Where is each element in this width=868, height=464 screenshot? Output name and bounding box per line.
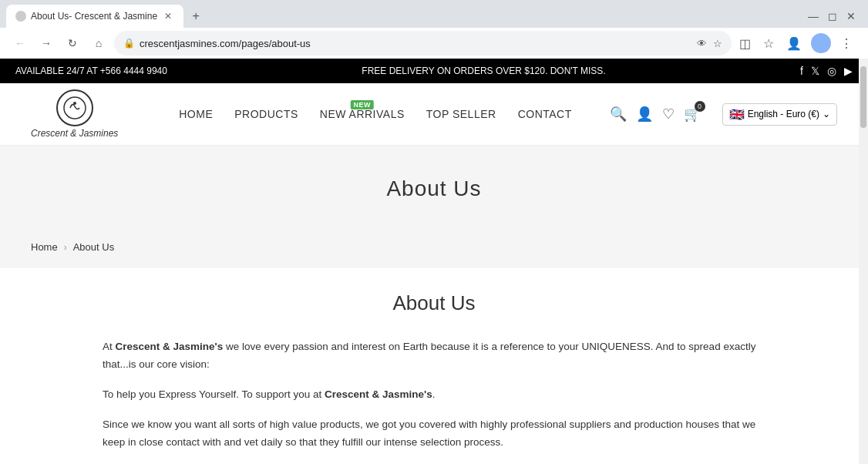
address-bar-row: ← → ↻ ⌂ 🔒 crescentjasmines.com/pages/abo…: [0, 28, 868, 59]
browser-chrome: About Us- Crescent & Jasmine ✕ + — ◻ ✕ ←…: [0, 0, 868, 59]
main-content: About Us At Crescent & Jasmine's we love…: [87, 268, 781, 464]
forward-button[interactable]: →: [35, 32, 57, 54]
account-user-icon[interactable]: 👤: [636, 106, 653, 123]
star-icon[interactable]: ☆: [713, 38, 722, 49]
flag-icon: 🇬🇧: [729, 107, 745, 122]
content-title: About Us: [103, 291, 765, 315]
site-wrapper: AVAILABLE 24/7 AT +566 4444 9940 FREE DE…: [0, 59, 868, 464]
announcement-bar: AVAILABLE 24/7 AT +566 4444 9940 FREE DE…: [0, 59, 868, 83]
language-chevron-icon: ⌄: [823, 109, 830, 119]
url-text: crescentjasmines.com/pages/about-us: [140, 38, 692, 49]
breadcrumb-home-link[interactable]: Home: [31, 241, 58, 253]
youtube-icon[interactable]: ▶: [844, 65, 853, 77]
twitter-icon[interactable]: 𝕏: [811, 65, 819, 77]
nav-item-new-arrivals[interactable]: NEW NEW ARRIVALS: [320, 108, 405, 120]
menu-icon[interactable]: ⋮: [837, 33, 856, 54]
facebook-icon[interactable]: f: [800, 65, 803, 77]
language-selector[interactable]: 🇬🇧 English - Euro (€) ⌄: [722, 103, 837, 126]
tab-title: About Us- Crescent & Jasmine: [31, 11, 157, 22]
back-button[interactable]: ←: [9, 32, 31, 54]
header-icons: 🔍 👤 ♡ 🛒 0 🇬🇧 English - Euro (€) ⌄: [610, 103, 837, 126]
tab-favicon: [15, 11, 26, 22]
nav-item-top-seller[interactable]: TOP SELLER: [426, 108, 496, 120]
logo-text: Crescent & Jasmines: [31, 128, 118, 139]
new-tab-button[interactable]: +: [187, 7, 205, 25]
lock-icon: 🔒: [123, 38, 135, 49]
content-body: At Crescent & Jasmine's we love every pa…: [103, 338, 765, 464]
search-icon[interactable]: 🔍: [610, 106, 627, 123]
breadcrumb-current: About Us: [73, 241, 114, 253]
announcement-phone: AVAILABLE 24/7 AT +566 4444 9940: [15, 66, 167, 76]
browser-toolbar-icons: ◫ ☆ 👤 ⋮: [736, 33, 859, 54]
close-window-button[interactable]: ✕: [846, 10, 856, 22]
content-paragraph-2: To help you Express Yourself. To support…: [103, 386, 765, 404]
account-icon[interactable]: 👤: [783, 33, 805, 54]
nav-item-contact[interactable]: CONTACT: [518, 108, 572, 120]
scrollbar-thumb[interactable]: [860, 66, 866, 128]
wishlist-icon[interactable]: ♡: [662, 106, 675, 123]
main-nav: HOME PRODUCTS NEW NEW ARRIVALS TOP SELLE…: [141, 108, 609, 120]
announcement-promo: FREE DELIVERY ON ORDERS OVER $120. DON'T…: [362, 66, 605, 76]
tab-close-button[interactable]: ✕: [162, 10, 174, 22]
address-bar-icons: 👁 ☆: [697, 38, 722, 49]
refresh-button[interactable]: ↻: [62, 32, 83, 54]
window-controls: — ◻ ✕: [808, 10, 862, 22]
cart-wrapper[interactable]: 🛒 0: [684, 106, 701, 123]
nav-item-home[interactable]: HOME: [179, 108, 213, 120]
breadcrumb: Home › About Us: [31, 241, 837, 253]
browser-tab-active[interactable]: About Us- Crescent & Jasmine ✕: [6, 5, 183, 28]
svg-point-0: [64, 97, 86, 119]
breadcrumb-section: Home › About Us: [0, 232, 868, 268]
minimize-button[interactable]: —: [808, 10, 819, 22]
address-input[interactable]: 🔒 crescentjasmines.com/pages/about-us 👁 …: [114, 31, 732, 55]
svg-point-1: [73, 102, 76, 105]
logo-area[interactable]: Crescent & Jasmines: [31, 89, 118, 139]
new-badge: NEW: [351, 100, 375, 109]
bookmark-icon[interactable]: ☆: [760, 33, 777, 54]
content-paragraph-3: Since we know you want all sorts of high…: [103, 416, 765, 452]
breadcrumb-separator: ›: [64, 242, 67, 253]
home-button[interactable]: ⌂: [88, 32, 109, 54]
hero-title: About Us: [386, 177, 481, 201]
nav-item-products[interactable]: PRODUCTS: [234, 108, 298, 120]
language-label: English - Euro (€): [748, 109, 819, 119]
maximize-button[interactable]: ◻: [828, 10, 837, 22]
hero-section: About Us: [0, 146, 868, 232]
browser-title-bar: About Us- Crescent & Jasmine ✕ + — ◻ ✕: [0, 0, 868, 28]
logo-icon: [56, 89, 93, 126]
cart-badge: 0: [695, 101, 705, 112]
social-icons: f 𝕏 ◎ ▶: [800, 65, 853, 77]
extensions-icon[interactable]: ◫: [736, 33, 754, 54]
eye-off-icon: 👁: [697, 38, 707, 49]
profile-button[interactable]: [811, 33, 831, 53]
scrollbar[interactable]: [859, 59, 868, 464]
site-header: Crescent & Jasmines HOME PRODUCTS NEW NE…: [0, 83, 868, 146]
content-paragraph-1: At Crescent & Jasmine's we love every pa…: [103, 338, 765, 374]
instagram-icon[interactable]: ◎: [827, 65, 836, 77]
